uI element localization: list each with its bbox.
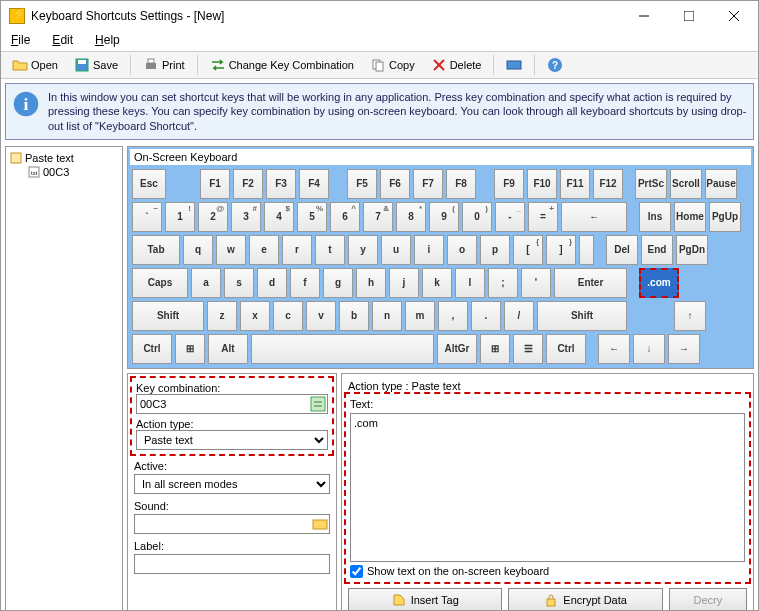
key-[interactable]: -_ [495, 202, 525, 232]
key-q[interactable]: q [183, 235, 213, 265]
key-f10[interactable]: F10 [527, 169, 557, 199]
open-button[interactable]: Open [5, 54, 65, 76]
sound-input[interactable] [134, 514, 330, 534]
key-scroll[interactable]: Scroll [670, 169, 702, 199]
key-[interactable]: ↓ [633, 334, 665, 364]
tree-child[interactable]: txt 00C3 [28, 165, 118, 179]
key-shift[interactable]: Shift [132, 301, 204, 331]
key-[interactable]: ⊞ [175, 334, 205, 364]
copy-button[interactable]: Copy [363, 54, 422, 76]
key-prtsc[interactable]: PrtSc [635, 169, 667, 199]
key-ins[interactable]: Ins [639, 202, 671, 232]
key-[interactable]: → [668, 334, 700, 364]
key-f12[interactable]: F12 [593, 169, 623, 199]
key-s[interactable]: s [224, 268, 254, 298]
minimize-button[interactable] [621, 2, 666, 30]
key-pause[interactable]: Pause [705, 169, 737, 199]
delete-button[interactable]: Delete [424, 54, 489, 76]
key-[interactable]: ]} [546, 235, 576, 265]
tree-root[interactable]: Paste text [10, 151, 118, 165]
key-f2[interactable]: F2 [233, 169, 263, 199]
key-[interactable]: [{ [513, 235, 543, 265]
show-text-check[interactable] [350, 565, 363, 578]
label-input[interactable] [134, 554, 330, 574]
key-f8[interactable]: F8 [446, 169, 476, 199]
key-ctrl[interactable]: Ctrl [546, 334, 586, 364]
key-h[interactable]: h [356, 268, 386, 298]
key-w[interactable]: w [216, 235, 246, 265]
key-i[interactable]: i [414, 235, 444, 265]
key-f4[interactable]: F4 [299, 169, 329, 199]
key-a[interactable]: a [191, 268, 221, 298]
key-n[interactable]: n [372, 301, 402, 331]
key-[interactable]: , [438, 301, 468, 331]
key-[interactable]: / [504, 301, 534, 331]
key-esc[interactable]: Esc [132, 169, 166, 199]
menu-edit[interactable]: Edit [48, 31, 77, 51]
menu-help[interactable]: Help [91, 31, 124, 51]
key-p[interactable]: p [480, 235, 510, 265]
key-[interactable]: ☰ [513, 334, 543, 364]
insert-tag-button[interactable]: Insert Tag [348, 588, 502, 611]
key-pgup[interactable]: PgUp [709, 202, 741, 232]
key-com[interactable]: .com [639, 268, 679, 298]
key-d[interactable]: d [257, 268, 287, 298]
text-area[interactable]: .com [350, 413, 745, 562]
key-end[interactable]: End [641, 235, 673, 265]
key-8[interactable]: 8* [396, 202, 426, 232]
maximize-button[interactable] [666, 2, 711, 30]
key-shift[interactable]: Shift [537, 301, 627, 331]
show-text-checkbox[interactable]: Show text on the on-screen keyboard [350, 565, 745, 578]
key-pgdn[interactable]: PgDn [676, 235, 708, 265]
key-k[interactable]: k [422, 268, 452, 298]
key-2[interactable]: 2@ [198, 202, 228, 232]
key-0[interactable]: 0) [462, 202, 492, 232]
key-u[interactable]: u [381, 235, 411, 265]
key-6[interactable]: 6^ [330, 202, 360, 232]
key-4[interactable]: 4$ [264, 202, 294, 232]
key-space[interactable] [251, 334, 434, 364]
keyboard-toggle-button[interactable] [499, 54, 529, 76]
menu-file[interactable]: File [7, 31, 34, 51]
sound-browse-icon[interactable] [312, 516, 328, 532]
key-[interactable]: ↑ [674, 301, 706, 331]
key-[interactable]: ' [521, 268, 551, 298]
key-o[interactable]: o [447, 235, 477, 265]
key-7[interactable]: 7& [363, 202, 393, 232]
key-home[interactable]: Home [674, 202, 706, 232]
close-button[interactable] [711, 2, 756, 30]
key-1[interactable]: 1! [165, 202, 195, 232]
key-v[interactable]: v [306, 301, 336, 331]
key-x[interactable]: x [240, 301, 270, 331]
active-select[interactable]: In all screen modes [134, 474, 330, 494]
key-enter[interactable]: Enter [554, 268, 627, 298]
key-5[interactable]: 5% [297, 202, 327, 232]
key-r[interactable]: r [282, 235, 312, 265]
key-f6[interactable]: F6 [380, 169, 410, 199]
key-[interactable]: `~ [132, 202, 162, 232]
key-[interactable]: ; [488, 268, 518, 298]
key-[interactable]: . [471, 301, 501, 331]
key-[interactable]: ⊞ [480, 334, 510, 364]
save-button[interactable]: Save [67, 54, 125, 76]
key-g[interactable]: g [323, 268, 353, 298]
key-e[interactable]: e [249, 235, 279, 265]
key-[interactable]: =+ [528, 202, 558, 232]
keycomb-edit-icon[interactable] [310, 396, 326, 412]
key-f9[interactable]: F9 [494, 169, 524, 199]
print-button[interactable]: Print [136, 54, 192, 76]
key-l[interactable]: l [455, 268, 485, 298]
key-caps[interactable]: Caps [132, 268, 188, 298]
key-alt[interactable]: Alt [208, 334, 248, 364]
key-del[interactable]: Del [606, 235, 638, 265]
key-3[interactable]: 3# [231, 202, 261, 232]
key-[interactable]: ← [561, 202, 627, 232]
key-altgr[interactable]: AltGr [437, 334, 477, 364]
change-key-button[interactable]: Change Key Combination [203, 54, 361, 76]
key-j[interactable]: j [389, 268, 419, 298]
key-y[interactable]: y [348, 235, 378, 265]
key-z[interactable]: z [207, 301, 237, 331]
help-button[interactable]: ? [540, 54, 570, 76]
key-tab[interactable]: Tab [132, 235, 180, 265]
key-f[interactable]: f [290, 268, 320, 298]
